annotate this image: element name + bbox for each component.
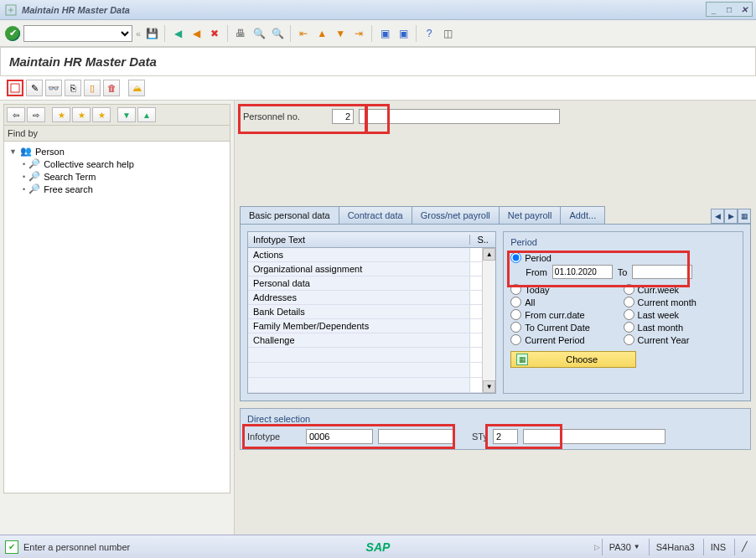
scroll-up-icon[interactable]: ▲ bbox=[483, 248, 495, 261]
personnel-no-label: Personnel no. bbox=[243, 111, 327, 121]
overview-button[interactable]: ⛰ bbox=[128, 80, 145, 96]
infotype-row-challenge[interactable]: Challenge bbox=[248, 333, 495, 348]
first-page-icon[interactable]: ⇤ bbox=[296, 26, 311, 41]
tab-scroll-left-icon[interactable]: ◀ bbox=[711, 209, 724, 224]
infotype-row-family[interactable]: Family Member/Dependents bbox=[248, 319, 495, 333]
app-icon bbox=[5, 4, 17, 16]
find-next-icon[interactable]: 🔍 bbox=[270, 26, 285, 41]
prev-page-icon[interactable]: ▲ bbox=[314, 26, 329, 41]
expand-icon[interactable]: ▼ bbox=[117, 107, 136, 122]
display-button[interactable]: 👓 bbox=[45, 80, 62, 96]
history-back-icon[interactable]: « bbox=[136, 28, 141, 39]
cancel-icon[interactable]: ✖ bbox=[207, 26, 222, 41]
choose-button[interactable]: ▦ Choose bbox=[510, 351, 636, 368]
tab-contract-data[interactable]: Contract data bbox=[339, 206, 412, 224]
tab-net-payroll[interactable]: Net payroll bbox=[499, 206, 562, 224]
maximize-button[interactable]: □ bbox=[722, 3, 737, 16]
binoculars-icon: 🔎 bbox=[28, 183, 40, 194]
infotype-header: Infotype Text S.. bbox=[247, 231, 496, 248]
tree-root-person[interactable]: ▼ 👥 Person bbox=[8, 145, 226, 158]
tab-gross-net-payroll[interactable]: Gross/net payroll bbox=[412, 206, 500, 224]
infotype-list[interactable]: Actions Organizational assignment Person… bbox=[247, 248, 496, 394]
minimize-button[interactable]: _ bbox=[707, 3, 722, 16]
infotype-input[interactable] bbox=[306, 429, 373, 444]
radio-all[interactable]: All bbox=[510, 297, 623, 307]
radio-last-month[interactable]: Last month bbox=[624, 322, 736, 333]
radio-to-current-date[interactable]: To Current Date bbox=[510, 322, 623, 333]
tree-item-search-term[interactable]: • 🔎 Search Term bbox=[21, 170, 226, 183]
new-session-icon[interactable]: ▣ bbox=[377, 26, 392, 41]
print-icon[interactable]: 🖶 bbox=[233, 26, 248, 41]
tab-basic-personal-data[interactable]: Basic personal data bbox=[240, 206, 339, 224]
tree-item-free-search[interactable]: • 🔎 Free search bbox=[21, 183, 226, 195]
change-button[interactable]: ✎ bbox=[26, 80, 43, 96]
radio-from-curr-date[interactable]: From curr.date bbox=[510, 309, 623, 320]
infotype-row-org-assignment[interactable]: Organizational assignment bbox=[248, 262, 495, 276]
choose-icon: ▦ bbox=[516, 354, 528, 365]
sty-text-input[interactable] bbox=[523, 429, 665, 444]
nav-back-button[interactable]: ⇦ bbox=[7, 107, 25, 122]
personnel-no-input[interactable] bbox=[332, 109, 354, 124]
status-system[interactable]: S4Hana3 bbox=[649, 539, 702, 555]
status-tcode[interactable]: PA30▼ bbox=[602, 539, 647, 555]
copy-button[interactable]: ⎘ bbox=[65, 80, 81, 96]
to-date-input[interactable] bbox=[632, 265, 692, 279]
sty-input[interactable] bbox=[493, 429, 518, 444]
enter-icon[interactable]: ✔ bbox=[5, 26, 20, 41]
infotype-text-input[interactable] bbox=[378, 429, 453, 444]
delete-button[interactable]: 🗑 bbox=[103, 80, 120, 96]
infotype-row-personal-data[interactable]: Personal data bbox=[248, 276, 495, 291]
binoculars-icon: 🔎 bbox=[28, 171, 40, 182]
from-label: From bbox=[526, 267, 547, 277]
shortcut-icon[interactable]: ▣ bbox=[396, 26, 411, 41]
infotype-header-text[interactable]: Infotype Text bbox=[248, 235, 470, 245]
svg-rect-1 bbox=[11, 84, 19, 92]
radio-curr-week[interactable]: Curr.week bbox=[624, 284, 736, 295]
radio-current-period[interactable]: Current Period bbox=[510, 334, 623, 345]
sap-logo: SAP bbox=[366, 540, 391, 554]
fav-icon[interactable]: ★ bbox=[72, 107, 91, 122]
object-tree[interactable]: ▼ 👥 Person • 🔎 Collective search help • … bbox=[3, 142, 230, 493]
infotype-row-empty bbox=[248, 363, 495, 378]
help-icon[interactable]: ? bbox=[422, 26, 437, 41]
status-mode[interactable]: INS bbox=[703, 539, 733, 555]
fav-del-icon[interactable]: ★ bbox=[92, 107, 111, 122]
window-titlebar: Maintain HR Master Data _ □ ✕ bbox=[0, 0, 756, 20]
status-resize-icon[interactable]: ╱ bbox=[734, 539, 751, 555]
delimit-button[interactable]: ▯ bbox=[84, 80, 101, 96]
back-icon[interactable]: ◀ bbox=[170, 26, 185, 41]
status-expand-icon[interactable]: ▷ bbox=[594, 543, 600, 551]
radio-period[interactable]: Period bbox=[510, 252, 736, 263]
radio-last-week[interactable]: Last week bbox=[624, 309, 736, 320]
tab-scroll-right-icon[interactable]: ▶ bbox=[724, 209, 738, 224]
period-panel: Period Period From To Today All From cur… bbox=[503, 231, 743, 394]
layout-icon[interactable]: ◫ bbox=[440, 26, 455, 41]
infotype-row-bank-details[interactable]: Bank Details bbox=[248, 305, 495, 319]
next-page-icon[interactable]: ▼ bbox=[333, 26, 348, 41]
infotype-row-actions[interactable]: Actions bbox=[248, 248, 495, 262]
nav-forward-button[interactable]: ⇨ bbox=[27, 107, 45, 122]
close-button[interactable]: ✕ bbox=[737, 3, 752, 16]
tab-additional[interactable]: Addt... bbox=[560, 206, 605, 224]
scroll-down-icon[interactable]: ▼ bbox=[483, 380, 495, 393]
last-page-icon[interactable]: ⇥ bbox=[351, 26, 366, 41]
command-field[interactable] bbox=[23, 25, 132, 42]
radio-today[interactable]: Today bbox=[510, 284, 623, 295]
tree-item-collective-search[interactable]: • 🔎 Collective search help bbox=[21, 158, 226, 170]
infotype-row-addresses[interactable]: Addresses bbox=[248, 291, 495, 305]
find-by-label: Find by bbox=[3, 126, 230, 142]
save-icon[interactable]: 💾 bbox=[144, 26, 159, 41]
collapse-icon[interactable]: ▲ bbox=[137, 107, 156, 122]
infotype-scrollbar[interactable]: ▲ ▼ bbox=[482, 248, 495, 393]
tab-list-icon[interactable]: ▦ bbox=[738, 209, 751, 224]
fav-add-icon[interactable]: ★ bbox=[52, 107, 70, 122]
exit-icon[interactable]: ◀ bbox=[189, 26, 204, 41]
from-date-input[interactable] bbox=[552, 265, 613, 279]
radio-current-year[interactable]: Current Year bbox=[624, 334, 736, 345]
find-icon[interactable]: 🔍 bbox=[251, 26, 267, 41]
infotype-header-status[interactable]: S.. bbox=[470, 235, 495, 245]
radio-current-month[interactable]: Current month bbox=[624, 297, 736, 307]
create-button[interactable] bbox=[7, 80, 23, 96]
person-icon: 👥 bbox=[20, 146, 32, 157]
caret-down-icon: ▼ bbox=[9, 147, 17, 156]
